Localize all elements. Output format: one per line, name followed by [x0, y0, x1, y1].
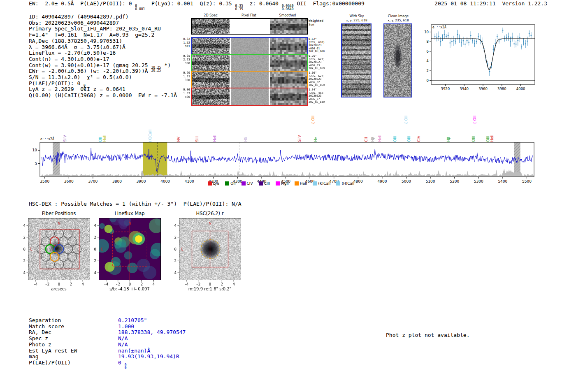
legend-swatch	[242, 181, 246, 186]
info-seeing: F=1.4" T=0.161 N=1.17 A=0.93 g=25.2	[29, 32, 154, 38]
spec2d-row-image	[192, 55, 307, 72]
legend-swatch	[259, 181, 263, 186]
info-plae-text: P(LAE)/P(OII): 0	[29, 80, 84, 86]
match-row-label: Spec z	[29, 336, 48, 342]
spec2d-row-annotations: Weighted Sum	[309, 19, 323, 26]
plae-stack: 00	[125, 364, 127, 370]
spec2d-row-1	[191, 37, 308, 56]
legend-item: HeII	[295, 181, 307, 186]
match-row-value: 1.000	[118, 324, 134, 330]
svg-text:0: 0	[427, 79, 429, 83]
match-row-label: Separation	[29, 318, 61, 324]
spectrum-legend: LyαOIICIVCIIIMgIIHeII(K)CaII(H)CaII	[24, 181, 538, 186]
legend-swatch	[295, 181, 299, 186]
info-cont-n: Cont(n) = 4.30(±0.00)e-17	[29, 56, 109, 63]
spec2d-row-left-labels: 0.20 1.51 380	[180, 71, 190, 82]
with-sky-title: With Sky	[338, 14, 375, 18]
svg-text:6: 6	[427, 49, 429, 53]
spec2d-row-image	[192, 88, 307, 105]
spec2d-col-title-smoothed: Smoothed	[269, 14, 307, 17]
match-row-label: Photo z	[29, 342, 51, 348]
match-row-label: Est LyA rest-EW	[29, 348, 77, 354]
qz-stack: 0.350.35	[235, 5, 243, 11]
fiber-positions-canvas	[10, 216, 92, 288]
header-datetime-version: 2025-01-08 11:29:11 Version 1.22.3	[434, 1, 547, 7]
spec2d-row-left-labels: 0.25 2.23 380	[180, 54, 190, 65]
svg-text:e⁻¹⁷x2Å: e⁻¹⁷x2Å	[40, 137, 54, 141]
match-row-label: P(LAE)/P(OII)	[29, 360, 71, 366]
spec2d-row-3	[191, 71, 308, 89]
info-radec: RA,Dec (188.378250,49.970531)	[29, 38, 122, 44]
legend-label: CIV	[247, 181, 253, 186]
legend-item: (H)CaII	[336, 181, 354, 186]
hsc-cutout-title: HSC(26.2) r	[169, 211, 251, 216]
match-row-value: 19.93(19.93,19.94)R	[118, 354, 179, 360]
lineflux-map-title: Lineflux Map	[88, 211, 171, 216]
legend-swatch	[276, 181, 280, 186]
spec2d-row-annotations: 1.06" (235, 627) 20220623 v006_02 202_RU…	[309, 72, 325, 87]
header-summary: EW: -2.0±-0.5Å P(LAE)/P(OII): 0 00.001 P…	[29, 1, 365, 11]
svg-text:8: 8	[427, 39, 429, 44]
clean-image	[384, 24, 411, 97]
spec2d-row-0	[191, 18, 308, 35]
phot-z-note: Phot z plot not available.	[386, 332, 470, 339]
spec2d-row-2	[191, 54, 308, 72]
spectral-line-label: { OIII	[311, 114, 315, 124]
spectral-line-label: { OIII	[404, 114, 408, 124]
spec2d-row-annotations: 0.95" (235, 627) 20220623 v006_03 202_RU…	[309, 55, 325, 70]
match-row-value: 188.378338, 49.970547	[118, 329, 186, 336]
z-stack: 0.06400.0640	[282, 5, 294, 11]
info-lya-oii-z: LyA z = 2.2629 OII z = 0.0641	[29, 86, 125, 93]
legend-label: CIII	[264, 181, 270, 186]
match-row-label: Match score	[29, 324, 64, 330]
match-row-label: mag	[29, 354, 38, 360]
info-ewr: EWr = -2.00(±0.36) (w: -2.20(±0.39))Å	[29, 68, 148, 74]
plae-poii-ratio-stack: 00.001	[135, 5, 145, 11]
hsc-dex-header: HSC-DEX : Possible Matches = 1 (within +…	[29, 201, 242, 207]
match-row-label: RA, Dec	[29, 329, 51, 336]
sub-value: 0.35	[235, 8, 243, 11]
spec2d-row-annotations: 0.62" (235, 618) 20220623 v006_01 202_RU…	[309, 38, 325, 53]
lineflux-map-xlabel: s/b: -4.18 +/- 0.097	[88, 287, 171, 291]
legend-label: MgII	[281, 181, 289, 186]
legend-label: (H)CaII	[341, 181, 354, 186]
gmag-stack: 20.2520.25	[151, 66, 161, 72]
legend-swatch	[208, 181, 212, 186]
legend-swatch	[313, 181, 317, 186]
svg-text:3980: 3980	[497, 87, 506, 91]
info-cont-w-close: *)	[161, 62, 171, 68]
sub-value: 20.25	[151, 69, 161, 72]
elixer-report-page: EW: -2.0±-0.5Å P(LAE)/P(OII): 0 00.001 P…	[0, 0, 576, 392]
header-z-text: z: 0.0640	[243, 0, 282, 7]
spec2d-col-title-2dspec: 2D Spec	[192, 14, 230, 17]
sub-value: 0.001	[135, 8, 145, 11]
svg-text:2: 2	[427, 69, 429, 73]
match-row-value: 0.210705"	[118, 318, 147, 324]
legend-item: CIV	[242, 181, 253, 186]
legend-item: Lyα	[208, 181, 219, 186]
info-obs: Obs: 20220623v006_4090442897	[29, 20, 119, 26]
hsc-cutout-canvas	[161, 216, 243, 288]
header-ew-text: EW: -2.0±-0.5Å P(LAE)/P(OII): 0	[29, 0, 135, 7]
with-sky-image	[342, 24, 371, 97]
match-row-value: 0 00	[118, 360, 126, 370]
svg-text:4000: 4000	[516, 87, 525, 91]
clean-image-frame	[383, 23, 412, 97]
spec2d-row-image	[192, 72, 307, 88]
legend-label: OII	[230, 181, 235, 186]
spectral-line-label: { OIII	[473, 114, 477, 124]
svg-text:e⁻¹⁷x2Å: e⁻¹⁷x2Å	[432, 25, 446, 29]
header-plya-text: P(Lyα): 0.001 Q(z): 0.35	[145, 0, 235, 7]
spec2d-row-annotations: 1.54" (236, 452) 20220623 v006_07 202_RU…	[309, 88, 325, 104]
info-qz-line: Q(0.00) (H)CaII(3968) z = 0.0000 EW r = …	[29, 93, 177, 99]
legend-swatch	[336, 181, 340, 186]
info-lineflux: LineFlux = -2.70(±0.50)e-16	[29, 50, 116, 56]
svg-text:3940: 3940	[460, 87, 469, 91]
legend-label: Lyα	[213, 181, 219, 186]
with-sky-coords: x, y: 235, 618	[338, 19, 375, 22]
hsc-cutout-xlabel: m:19.9 re:1.6" s:0.2"	[169, 287, 251, 291]
info-lambda: λ = 3966.64Å σ = 3.75(±0.67)Å	[29, 44, 125, 51]
legend-swatch	[225, 181, 229, 186]
legend-item: CIII	[259, 181, 270, 186]
sub-value: 0.0640	[282, 8, 294, 11]
